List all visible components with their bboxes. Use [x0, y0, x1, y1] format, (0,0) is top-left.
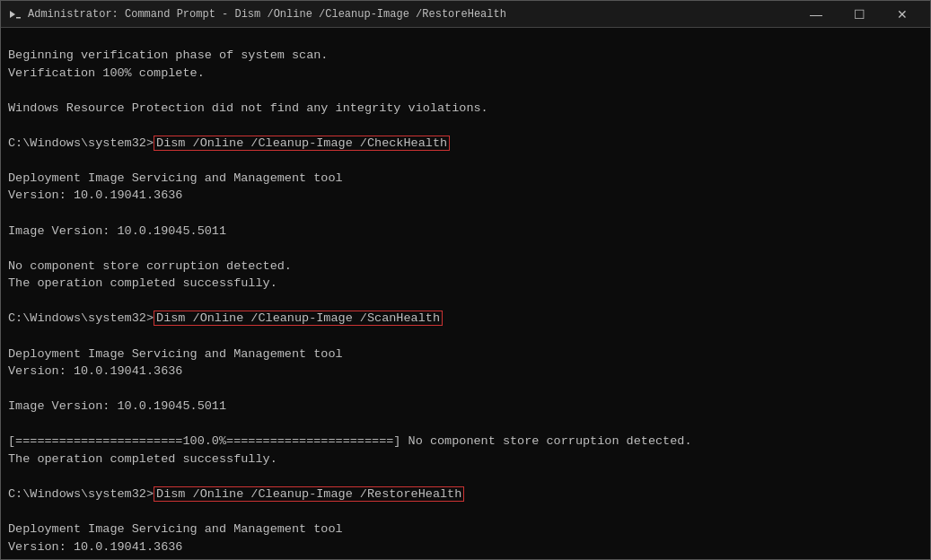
terminal-text-line: Windows Resource Protection did not find…	[8, 100, 923, 118]
terminal-blank-line	[8, 503, 923, 521]
terminal-blank-line	[8, 240, 923, 258]
maximize-button[interactable]: ☐	[839, 1, 880, 28]
terminal-text-line: Image Version: 10.0.19045.5011	[8, 223, 923, 241]
terminal-text-line: No component store corruption detected.	[8, 258, 923, 276]
terminal-blank-line	[8, 328, 923, 346]
close-button[interactable]: ✕	[882, 1, 923, 28]
window: Administrator: Command Prompt - Dism /On…	[0, 0, 931, 560]
terminal-text-line: Deployment Image Servicing and Managemen…	[8, 521, 923, 538]
terminal-command-line: C:\Windows\system32>Dism /Online /Cleanu…	[8, 310, 923, 328]
terminal-text-line: The operation completed successfully.	[8, 451, 923, 468]
prompt-text: C:\Windows\system32>	[8, 311, 154, 325]
command-text: Dism /Online /Cleanup-Image /ScanHealth	[154, 311, 443, 326]
titlebar-title: Administrator: Command Prompt - Dism /On…	[28, 8, 506, 21]
terminal-text-line: Beginning verification phase of system s…	[8, 47, 923, 65]
terminal-text-line: Deployment Image Servicing and Managemen…	[8, 170, 923, 188]
terminal-command-line: C:\Windows\system32>Dism /Online /Cleanu…	[8, 486, 923, 503]
titlebar: Administrator: Command Prompt - Dism /On…	[1, 1, 930, 28]
titlebar-left: Administrator: Command Prompt - Dism /On…	[8, 7, 506, 22]
terminal-command-line: C:\Windows\system32>Dism /Online /Cleanu…	[8, 135, 923, 153]
terminal-text-line: Version: 10.0.19041.3636	[8, 538, 923, 556]
terminal-text-line: Version: 10.0.19041.3636	[8, 187, 923, 205]
command-text: Dism /Online /Cleanup-Image /RestoreHeal…	[154, 486, 464, 502]
terminal-text-line: Image Version: 10.0.19045.5011	[8, 398, 923, 416]
terminal-content[interactable]: Microsoft Windows [Version 10.0.19045.50…	[1, 28, 930, 559]
terminal-text-line: Version: 10.0.19041.3636	[8, 363, 923, 381]
terminal-text-line: Verification 100% complete.	[8, 65, 923, 83]
terminal-blank-line	[8, 293, 923, 311]
terminal-blank-line	[8, 416, 923, 433]
cmd-icon	[8, 7, 22, 22]
prompt-text: C:\Windows\system32>	[8, 487, 154, 501]
terminal-blank-line	[8, 468, 923, 486]
terminal-blank-line	[8, 381, 923, 398]
prompt-text: C:\Windows\system32>	[8, 136, 154, 150]
terminal-text-line: [=======================100.0%==========…	[8, 433, 923, 451]
titlebar-buttons: — ☐ ✕	[795, 1, 923, 28]
terminal-blank-line	[8, 205, 923, 223]
terminal-text-line: The operation completed successfully.	[8, 275, 923, 293]
terminal-text-line: Deployment Image Servicing and Managemen…	[8, 346, 923, 363]
command-text: Dism /Online /Cleanup-Image /CheckHealth	[154, 136, 450, 151]
terminal-blank-line	[8, 82, 923, 100]
minimize-button[interactable]: —	[795, 1, 837, 28]
svg-rect-2	[16, 17, 21, 19]
terminal-body: Microsoft Windows [Version 10.0.19045.50…	[1, 28, 930, 559]
terminal-blank-line	[8, 152, 923, 170]
terminal-blank-line	[8, 117, 923, 135]
terminal-blank-line	[8, 29, 923, 47]
